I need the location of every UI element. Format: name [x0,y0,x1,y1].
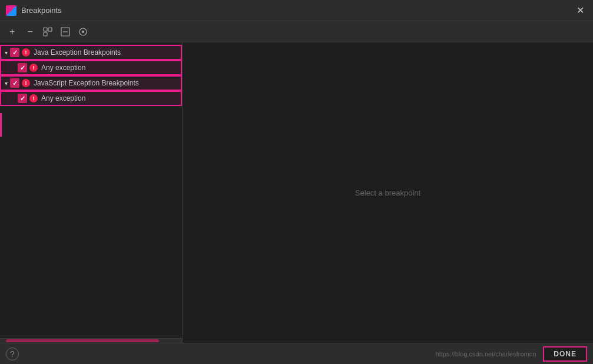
js-group-item[interactable]: ▾ ! JavaScript Exception Breakpoints [0,75,182,91]
java-group-arrow: ▾ [5,49,8,56]
svg-rect-2 [44,32,47,36]
bottom-bar: ? https://blog.csdn.net/charlesfromcn DO… [0,343,593,364]
js-any-item[interactable]: ! Any exception [0,91,182,106]
select-hint: Select a breakpoint [355,188,420,197]
svg-rect-0 [44,28,47,31]
main-content: ▾ ! Java Exception Breakpoints ! Any exc… [0,42,593,343]
js-any-exc-icon: ! [29,94,38,102]
java-any-exc-icon: ! [29,64,38,72]
right-panel: Select a breakpoint [183,42,593,343]
bottom-right: https://blog.csdn.net/charlesfromcn DONE [436,346,587,362]
breakpoint-list: ▾ ! Java Exception Breakpoints ! Any exc… [0,42,182,338]
js-group-exc-icon: ! [22,79,30,87]
js-any-label: Any exception [41,94,85,102]
js-any-checkbox[interactable] [18,94,27,103]
js-group-checkbox[interactable] [10,78,19,88]
window-title: Breakpoints [21,6,62,15]
java-group-checkbox[interactable] [10,48,19,57]
java-group-label: Java Exception Breakpoints [34,48,121,57]
java-any-checkbox[interactable] [18,63,27,72]
js-group-arrow: ▾ [5,80,8,87]
url-text: https://blog.csdn.net/charlesfromcn [436,350,536,358]
java-group-exc-icon: ! [22,48,30,57]
add-button[interactable]: + [5,24,20,39]
toolbar-btn-4[interactable] [58,24,73,39]
title-bar-left: Breakpoints [6,5,62,16]
svg-rect-1 [48,28,52,31]
toolbar-btn-5[interactable] [75,24,91,39]
java-any-label: Any exception [41,64,85,72]
left-panel: ▾ ! Java Exception Breakpoints ! Any exc… [0,42,183,343]
close-button[interactable]: ✕ [573,4,587,18]
java-any-item[interactable]: ! Any exception [0,60,182,75]
title-bar: Breakpoints ✕ [0,0,593,21]
toolbar: + − [0,21,593,42]
toolbar-btn-3[interactable] [40,24,55,39]
svg-point-6 [82,31,84,33]
done-button[interactable]: DONE [543,346,587,362]
left-panel-scrollbar[interactable] [0,338,182,343]
left-panel-scrollbar-thumb [6,339,159,342]
java-group-item[interactable]: ▾ ! Java Exception Breakpoints [0,45,182,60]
remove-button[interactable]: − [22,24,38,39]
help-button[interactable]: ? [6,348,19,360]
js-group-label: JavaScript Exception Breakpoints [34,79,139,87]
app-icon [6,5,16,16]
